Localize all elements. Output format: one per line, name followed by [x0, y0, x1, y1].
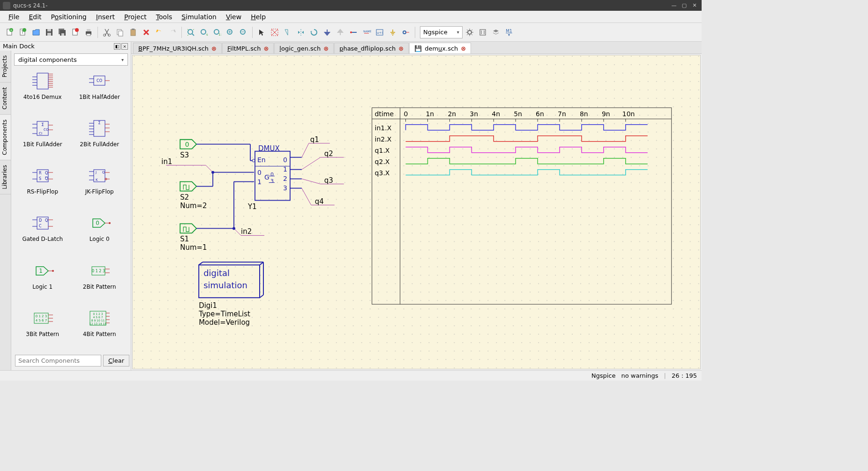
up-arrow-button[interactable] [334, 26, 346, 38]
close-icon[interactable]: ⊗ [211, 45, 217, 52]
comp-4bit-pattern[interactable]: 0 1 2 34 5 6 78 9 10 1112 13 14 154Bit P… [72, 306, 127, 351]
svg-text:9n: 9n [602, 110, 610, 118]
down-arrow-button[interactable] [321, 26, 333, 38]
minimize-button[interactable]: — [670, 2, 678, 9]
clear-button[interactable]: Clear [103, 355, 129, 366]
svg-text:C: C [39, 224, 42, 228]
rotate-button[interactable] [308, 26, 320, 38]
menu-insert[interactable]: Insert [91, 12, 120, 22]
doc-tab-filtmpl[interactable]: FiltMPL.sch⊗ [222, 43, 274, 53]
toolbar-sep [97, 27, 98, 38]
close-button[interactable]: ✕ [690, 2, 699, 9]
search-input[interactable] [15, 355, 101, 366]
comp-jk-flipflop[interactable]: JQKJK-FlipFlop [72, 163, 127, 209]
delete-button[interactable] [140, 26, 152, 38]
comp-2bit-fulladder[interactable]: Σ2Bit FullAdder [72, 116, 127, 161]
layers-button[interactable] [490, 26, 502, 38]
save-all-button[interactable] [56, 26, 68, 38]
side-tab-projects[interactable]: Projects [0, 51, 11, 82]
menu-help[interactable]: Help [246, 12, 270, 22]
svg-text:En: En [257, 156, 266, 164]
comp-gated-d-latch[interactable]: DQCGated D-Latch [15, 210, 70, 256]
toolbar-sep [252, 27, 253, 38]
comp-logic-1[interactable]: 1Logic 1 [15, 258, 70, 304]
simulator-select[interactable]: Ngspice ▾ [420, 26, 463, 38]
menu-project[interactable]: Project [120, 12, 151, 22]
svg-point-108 [52, 270, 54, 272]
doc-tab-demux[interactable]: 💾demux.sch⊗ [409, 43, 471, 53]
close-icon[interactable]: ⊗ [461, 45, 466, 52]
dock-close-button[interactable]: × [121, 43, 128, 50]
comp-rs-flipflop[interactable]: RQSQRS-FlipFlop [15, 163, 70, 209]
component-category-select[interactable]: digital components ▾ [14, 53, 128, 66]
side-tab-libraries[interactable]: Libraries [0, 160, 11, 194]
side-tab-components[interactable]: Components [0, 115, 11, 160]
svg-text:in1.X: in1.X [375, 124, 392, 132]
svg-text:4 5 6 7: 4 5 6 7 [36, 319, 47, 322]
tune-button[interactable] [477, 26, 489, 38]
save-button[interactable] [43, 26, 55, 38]
close-icon[interactable]: ⊗ [323, 45, 329, 52]
svg-text:0 1 2 3: 0 1 2 3 [92, 269, 105, 273]
svg-text:DMUX: DMUX [258, 144, 280, 153]
comp-1bit-fulladder[interactable]: ΣCOCI1Bit FullAdder [15, 116, 70, 161]
svg-point-36 [468, 30, 471, 34]
menu-tools[interactable]: Tools [151, 12, 177, 22]
close-icon[interactable]: ⊗ [398, 45, 404, 52]
cut-button[interactable] [101, 26, 113, 38]
label-button[interactable]: NAME [360, 26, 373, 38]
zoom-fit-button[interactable] [185, 26, 197, 38]
comp-2bit-pattern[interactable]: 0 1 2 32Bit Pattern [72, 258, 127, 304]
mirror-h-button[interactable] [295, 26, 307, 38]
ground-button[interactable] [387, 26, 399, 38]
doc-tab-bpf[interactable]: BPF_7MHz_UR3IQH.sch⊗ [133, 43, 222, 53]
side-tab-content[interactable]: Content [0, 82, 11, 115]
status-sim: Ngspice [591, 372, 616, 379]
new-text-button[interactable]: T [17, 26, 29, 38]
doc-tab-phasedff[interactable]: phase_dfliplop.sch⊗ [334, 43, 409, 53]
gear-button[interactable] [464, 26, 476, 38]
equation-button[interactable]: u+i [374, 26, 386, 38]
zoom-sel-button[interactable]: s [198, 26, 210, 38]
svg-text:Y1: Y1 [247, 202, 257, 211]
svg-text:simulation: simulation [203, 280, 247, 290]
menu-simulation[interactable]: Simulation [177, 12, 221, 22]
comp-1bit-halfadder[interactable]: CO1Bit HalfAdder [72, 68, 127, 114]
undo-button[interactable] [153, 26, 165, 38]
paste-button[interactable] [127, 26, 139, 38]
comp-4to16-demux[interactable]: 4to16 Demux [15, 68, 70, 114]
menu-view[interactable]: View [221, 12, 246, 22]
wire-button[interactable] [347, 26, 359, 38]
print-button[interactable] [82, 26, 95, 38]
svg-text:+: + [10, 29, 13, 32]
zoom-1-button[interactable]: 1:1 [211, 26, 223, 38]
svg-point-13 [75, 28, 79, 32]
copy-button[interactable] [114, 26, 126, 38]
svg-text:0: 0 [404, 110, 408, 118]
menu-file[interactable]: File [4, 12, 24, 22]
menu-edit[interactable]: Edit [24, 12, 46, 22]
port-button[interactable] [400, 26, 412, 38]
zoom-in-button[interactable] [224, 26, 236, 38]
comp-3bit-pattern[interactable]: 0 1 2 34 5 6 73Bit Pattern [15, 306, 70, 351]
select-button[interactable] [255, 26, 268, 38]
marker-button[interactable] [282, 26, 294, 38]
svg-text:8n: 8n [580, 110, 588, 118]
new-file-button[interactable]: + [4, 26, 16, 38]
open-button[interactable] [30, 26, 42, 38]
svg-text:M1: M1 [506, 29, 512, 33]
schematic-canvas[interactable]: 0 S3 S2 Num=2 S1 Num=1 [132, 55, 701, 369]
dock-float-button[interactable]: ◧ [114, 43, 120, 50]
svg-text:4 5 6 7: 4 5 6 7 [93, 315, 103, 319]
comp-logic-0[interactable]: 0Logic 0 [72, 210, 127, 256]
zoom-out-button[interactable] [237, 26, 249, 38]
maximize-button[interactable]: ▢ [680, 2, 688, 9]
redo-button[interactable] [166, 26, 179, 38]
close-icon[interactable]: ⊗ [263, 45, 269, 52]
no-select-button[interactable] [269, 26, 281, 38]
schematic-svg: 0 S3 S2 Num=2 S1 Num=1 [133, 55, 700, 369]
m1-button[interactable]: M1 [503, 26, 515, 38]
menu-positioning[interactable]: Positioning [46, 12, 91, 22]
doc-tab-logicgen[interactable]: logic_gen.sch⊗ [274, 43, 334, 53]
close-file-button[interactable] [69, 26, 82, 38]
